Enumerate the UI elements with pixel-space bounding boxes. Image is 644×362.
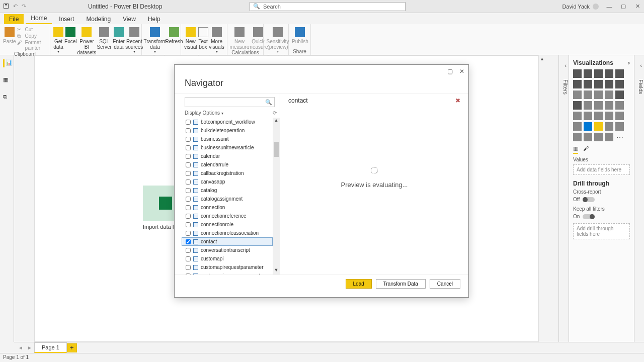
table-label: catalogassignment (201, 196, 243, 202)
table-icon (193, 265, 198, 270)
table-checkbox[interactable] (186, 162, 191, 167)
scrollbar-thumb[interactable] (274, 142, 279, 157)
table-checkbox[interactable] (186, 145, 191, 150)
table-label: conversationtranscript (201, 247, 250, 253)
table-label: connectionroleassociation (201, 230, 259, 236)
table-checkbox[interactable] (186, 171, 191, 176)
chevron-down-icon: ▾ (221, 111, 223, 116)
navigator-preview: contact ✖ Preview is evaluating... (280, 94, 468, 275)
cancel-button[interactable]: Cancel (430, 279, 460, 289)
table-icon (193, 137, 198, 142)
table-icon (193, 239, 198, 244)
search-icon: 🔍 (265, 99, 272, 106)
table-checkbox[interactable] (186, 222, 191, 227)
table-row[interactable]: connectionrole (182, 220, 273, 229)
table-icon (193, 197, 198, 202)
load-button[interactable]: Load (346, 279, 372, 289)
table-row[interactable]: catalog (182, 186, 273, 195)
table-icon (193, 214, 198, 219)
table-row[interactable]: connectionreference (182, 212, 273, 220)
table-checkbox[interactable] (186, 120, 191, 125)
table-checkbox[interactable] (186, 137, 191, 142)
table-icon (193, 188, 198, 193)
table-row[interactable]: connection (182, 203, 273, 212)
table-label: customapirequestparameter (201, 264, 264, 270)
table-label: customapi (201, 256, 224, 261)
spinner-icon (371, 167, 378, 174)
table-checkbox[interactable] (186, 214, 191, 219)
table-row[interactable]: connectionroleassociation (182, 229, 273, 237)
table-label: contact (201, 239, 217, 244)
navigator-tree: 🔍 Display Options ▾ ⟳ botcomponent_workf… (175, 94, 280, 275)
table-icon (193, 231, 198, 236)
table-label: connectionreference (201, 213, 247, 219)
table-label: bulkdeleteoperation (201, 128, 245, 133)
table-label: botcomponent_workflow (201, 119, 255, 125)
table-row[interactable]: contact (182, 237, 273, 246)
chevron-up-icon: ▲ (274, 118, 279, 125)
table-label: callbackregistration (201, 170, 244, 176)
table-icon (193, 274, 198, 275)
table-label: calendarrule (201, 162, 228, 167)
table-label: canvasapp (201, 179, 225, 185)
preview-title: contact (288, 97, 308, 104)
table-checkbox[interactable] (186, 154, 191, 159)
table-row[interactable]: customapirequestparameter (182, 263, 273, 272)
navigator-search[interactable]: 🔍 (185, 97, 275, 107)
transform-data-button[interactable]: Transform Data (376, 279, 426, 289)
table-label: connectionrole (201, 222, 233, 227)
table-checkbox[interactable] (186, 128, 191, 133)
dialog-maximize-button[interactable]: ▢ (446, 68, 453, 75)
table-checkbox[interactable] (186, 239, 191, 244)
table-icon (193, 248, 198, 253)
dialog-close-button[interactable]: ✕ (458, 68, 465, 75)
chevron-down-icon: ▼ (274, 267, 279, 275)
table-row[interactable]: businessunitnewsarticle (182, 143, 273, 152)
table-row[interactable]: catalogassignment (182, 195, 273, 203)
table-label: customapiresponseproperty (201, 273, 263, 275)
tree-scrollbar[interactable]: ▲ ▼ (273, 118, 280, 275)
table-icon (193, 128, 198, 133)
table-icon (193, 120, 198, 125)
table-row[interactable]: conversationtranscript (182, 246, 273, 254)
table-row[interactable]: businessunit (182, 135, 273, 143)
table-icon (193, 145, 198, 150)
table-label: catalog (201, 188, 217, 193)
table-checkbox[interactable] (186, 231, 191, 236)
table-checkbox[interactable] (186, 197, 191, 202)
table-checkbox[interactable] (186, 205, 191, 210)
display-options[interactable]: Display Options (185, 110, 220, 116)
table-icon (193, 154, 198, 159)
table-icon (193, 179, 198, 185)
table-icon (193, 171, 198, 176)
table-row[interactable]: canvasapp (182, 177, 273, 186)
table-label: businessunitnewsarticle (201, 145, 254, 150)
dialog-mask: ▢ ✕ Navigator 🔍 Display Options ▾ ⟳ botc… (0, 0, 644, 362)
remove-preview-icon[interactable]: ✖ (455, 97, 460, 104)
navigator-title: Navigator (175, 78, 468, 94)
table-label: connection (201, 205, 225, 210)
refresh-tree-icon[interactable]: ⟳ (273, 110, 277, 116)
table-row[interactable]: calendar (182, 152, 273, 160)
table-icon (193, 162, 198, 167)
table-checkbox[interactable] (186, 248, 191, 253)
table-checkbox[interactable] (186, 188, 191, 193)
table-row[interactable]: callbackregistration (182, 169, 273, 177)
table-checkbox[interactable] (186, 265, 191, 270)
table-label: calendar (201, 153, 220, 159)
table-row[interactable]: calendarrule (182, 160, 273, 169)
preview-message: Preview is evaluating... (341, 181, 408, 189)
table-row[interactable]: botcomponent_workflow (182, 118, 273, 126)
table-checkbox[interactable] (186, 256, 191, 261)
table-icon (193, 205, 198, 210)
table-row[interactable]: customapi (182, 254, 273, 263)
table-row[interactable]: bulkdeleteoperation (182, 126, 273, 135)
table-label: businessunit (201, 136, 229, 142)
navigator-dialog: ▢ ✕ Navigator 🔍 Display Options ▾ ⟳ botc… (174, 64, 469, 298)
table-icon (193, 222, 198, 227)
table-checkbox[interactable] (186, 179, 191, 185)
table-checkbox[interactable] (186, 274, 191, 275)
table-icon (193, 256, 198, 261)
table-row[interactable]: customapiresponseproperty (182, 272, 273, 275)
